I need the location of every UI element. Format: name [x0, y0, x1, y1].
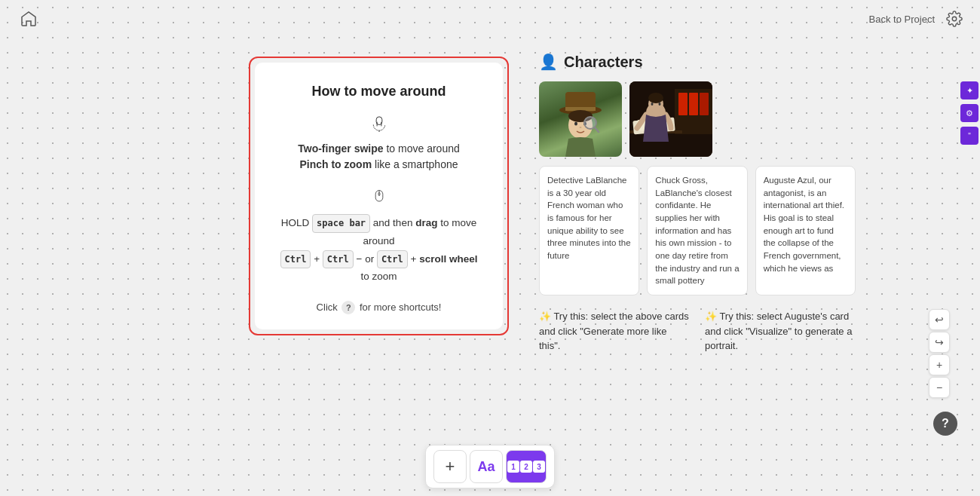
characters-header: 👤 Characters — [539, 53, 856, 71]
character-image-cards-row — [539, 81, 856, 157]
undo-icon: ↩ — [935, 314, 944, 326]
chuck-description: Chuck Gross, LaBlanche's closest confida… — [655, 176, 739, 285]
drag-bold: drag — [415, 217, 437, 228]
svg-rect-19 — [678, 93, 688, 115]
zoom-controls: + − — [929, 354, 950, 398]
svg-point-27 — [648, 93, 663, 103]
tip-2: ✨ Try this: select Auguste's card and cl… — [705, 309, 856, 354]
svg-point-29 — [659, 103, 661, 106]
tips-row: ✨ Try this: select the above cards and c… — [539, 309, 856, 354]
svg-rect-21 — [700, 93, 709, 115]
pinch-bold: Pinch to zoom — [299, 158, 372, 170]
right-sidebar: ✦ ⚙ " — [959, 75, 980, 151]
add-element-button[interactable]: + — [433, 450, 467, 483]
detective-description: Detective LaBlanche is a 30 year old Fre… — [547, 176, 631, 260]
shortcuts-hint: Click ? for more shortcuts! — [317, 301, 442, 314]
detective-text-card[interactable]: Detective LaBlanche is a 30 year old Fre… — [539, 166, 639, 295]
question-badge[interactable]: ? — [341, 301, 355, 314]
ctrl-key-3: Ctrl — [377, 250, 408, 268]
hold-mid: and then — [370, 217, 415, 228]
sidebar-btn-2[interactable]: ⚙ — [960, 104, 978, 122]
sidebar-icon-1: ✦ — [966, 86, 973, 96]
hold-prefix: HOLD — [281, 217, 312, 228]
characters-panel: 👤 Characters — [539, 53, 856, 354]
ctrl-key-2: Ctrl — [323, 250, 354, 268]
touch-icon — [361, 115, 397, 132]
auguste-text-card[interactable]: Auguste Azul, our antagonist, is an inte… — [755, 166, 856, 295]
zoom-out-icon: − — [936, 381, 942, 393]
chuck-text-card[interactable]: Chuck Gross, LaBlanche's closest confida… — [647, 166, 747, 295]
undo-redo-controls: ↩ ↪ — [929, 309, 950, 353]
pinch-rest: like a smartphone — [372, 158, 458, 170]
zoom-in-icon: + — [936, 359, 942, 371]
sidebar-btn-3[interactable]: " — [960, 127, 978, 145]
plus-sign: + — [314, 253, 323, 265]
sidebar-btn-1[interactable]: ✦ — [960, 81, 978, 100]
svg-rect-20 — [689, 93, 698, 115]
mouse-icon — [364, 189, 394, 204]
bottom-toolbar: + Aa 1 2 3 — [425, 445, 555, 488]
swipe-instruction: Two-finger swipe to move around Pinch to… — [298, 141, 459, 173]
chuck-image-card[interactable] — [629, 81, 712, 157]
or-text: or — [365, 253, 377, 265]
undo-button[interactable]: ↩ — [929, 309, 950, 330]
zoom-out-button[interactable]: − — [929, 377, 950, 398]
settings-button[interactable] — [944, 8, 965, 29]
spacebar-key: space bar — [312, 214, 370, 232]
text-icon: Aa — [477, 459, 495, 475]
tutorial-card-outer: How to move around Two-finger swipe to m… — [249, 57, 509, 335]
back-to-project-link[interactable]: Back to Project — [869, 14, 935, 25]
click-label: Click — [317, 302, 341, 313]
drag-instruction: HOLD space bar and then drag to move aro… — [277, 214, 480, 286]
sidebar-icon-3: " — [968, 132, 971, 140]
characters-emoji: 👤 — [539, 53, 558, 71]
num-badge-2: 2 — [520, 461, 532, 473]
ctrl-key-1: Ctrl — [280, 250, 311, 268]
swipe-bold: Two-finger swipe — [298, 142, 383, 155]
top-bar: Back to Project — [0, 0, 980, 38]
num-badge-1: 1 — [507, 461, 519, 473]
help-button[interactable]: ? — [933, 412, 957, 436]
svg-point-12 — [574, 122, 577, 126]
home-button[interactable] — [15, 5, 42, 32]
text-button[interactable]: Aa — [470, 450, 503, 483]
click-suffix: for more shortcuts! — [357, 302, 441, 313]
character-text-cards-row: Detective LaBlanche is a 30 year old Fre… — [539, 166, 856, 295]
add-icon: + — [446, 457, 455, 476]
svg-point-28 — [651, 103, 654, 106]
top-right-actions: Back to Project — [869, 8, 965, 29]
tutorial-title: How to move around — [311, 84, 446, 100]
tip-1: ✨ Try this: select the above cards and c… — [539, 309, 690, 354]
zoom-in-button[interactable]: + — [929, 354, 950, 375]
detective-image-card[interactable] — [539, 81, 622, 157]
svg-line-16 — [595, 127, 599, 132]
numbers-button[interactable]: 1 2 3 — [506, 450, 547, 483]
svg-point-14 — [580, 127, 582, 128]
redo-button[interactable]: ↪ — [929, 332, 950, 353]
swipe-rest: to move around — [384, 142, 460, 155]
sidebar-icon-2: ⚙ — [966, 109, 973, 118]
minus-sign: − — [356, 253, 365, 265]
tutorial-card: How to move around Two-finger swipe to m… — [255, 63, 503, 329]
characters-title: Characters — [564, 54, 643, 71]
help-icon: ? — [942, 417, 949, 430]
auguste-description: Auguste Azul, our antagonist, is an inte… — [764, 176, 844, 273]
redo-icon: ↪ — [935, 336, 944, 348]
num-badge-3: 3 — [533, 461, 545, 473]
